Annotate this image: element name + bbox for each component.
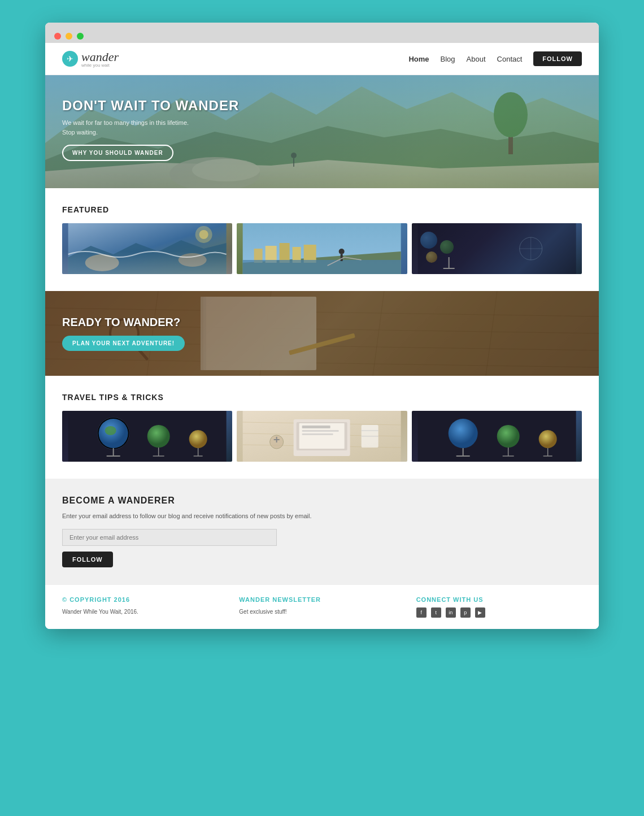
nav-follow-button[interactable]: FOLLOW bbox=[533, 51, 582, 66]
navbar: ✈ wander while you wait Home Blog About … bbox=[45, 43, 599, 75]
footer-col-copyright: © COPYRIGHT 2016 Wander While You Wait, … bbox=[62, 596, 228, 618]
svg-rect-71 bbox=[276, 437, 277, 442]
tips-card-laptop[interactable] bbox=[237, 411, 407, 462]
svg-rect-41 bbox=[203, 297, 316, 370]
newsletter-description: Enter your email address to follow our b… bbox=[62, 511, 582, 521]
minimize-button[interactable] bbox=[66, 33, 72, 40]
footer-copyright-text: Wander While You Wait, 2016. bbox=[62, 607, 228, 617]
footer-newsletter-text: Get exclusive stuff! bbox=[239, 607, 404, 617]
svg-point-15 bbox=[199, 230, 208, 239]
newsletter-section: BECOME A WANDERER Enter your email addre… bbox=[45, 479, 599, 584]
footer-col-social: CONNECT WITH US f t in p ▶ bbox=[416, 596, 582, 618]
logo-text: wander bbox=[81, 50, 119, 64]
svg-point-24 bbox=[339, 249, 345, 254]
logo-tagline: while you wait bbox=[81, 63, 119, 68]
featured-title: FEATURED bbox=[62, 205, 582, 214]
cta-button[interactable]: PLAN YOUR NEXT ADVENTURE! bbox=[62, 336, 185, 351]
footer-newsletter-title: WANDER NEWSLETTER bbox=[239, 596, 404, 603]
follow-button[interactable]: FOLLOW bbox=[62, 552, 113, 567]
maximize-button[interactable] bbox=[77, 33, 84, 40]
nav-home[interactable]: Home bbox=[408, 55, 429, 63]
social-icons-container: f t in p ▶ bbox=[416, 607, 582, 618]
browser-chrome bbox=[45, 23, 599, 43]
instagram-icon[interactable]: in bbox=[446, 607, 456, 618]
svg-rect-66 bbox=[302, 426, 330, 428]
svg-point-13 bbox=[179, 253, 207, 267]
hero-subtitle: We wait for far too many things in this … bbox=[62, 118, 198, 137]
nav-blog[interactable]: Blog bbox=[441, 55, 455, 63]
nav-about[interactable]: About bbox=[467, 55, 486, 63]
svg-point-82 bbox=[538, 430, 556, 448]
newsletter-title: BECOME A WANDERER bbox=[62, 496, 582, 506]
logo-icon: ✈ bbox=[62, 51, 78, 67]
browser-window: ✈ wander while you wait Home Blog About … bbox=[45, 23, 599, 629]
svg-point-53 bbox=[147, 425, 170, 448]
footer-copyright-title: © COPYRIGHT 2016 bbox=[62, 596, 228, 603]
hero-title: DON'T WAIT TO WANDER bbox=[62, 98, 582, 114]
cta-content: READY TO WANDER? PLAN YOUR NEXT ADVENTUR… bbox=[62, 316, 185, 351]
svg-rect-67 bbox=[302, 430, 339, 432]
svg-rect-42 bbox=[201, 297, 206, 370]
featured-card-city[interactable] bbox=[237, 223, 407, 274]
svg-rect-68 bbox=[302, 433, 333, 435]
svg-point-76 bbox=[448, 419, 477, 448]
email-input[interactable] bbox=[62, 529, 277, 546]
hero-cta-button[interactable]: WHY YOU SHOULD WANDER bbox=[62, 145, 173, 161]
close-button[interactable] bbox=[54, 33, 61, 40]
featured-card-globes[interactable] bbox=[412, 223, 582, 274]
featured-card-grid bbox=[62, 223, 582, 274]
hero-content: DON'T WAIT TO WANDER We wait for far too… bbox=[45, 75, 599, 172]
svg-point-56 bbox=[189, 430, 207, 448]
travel-tips-section: TRAVEL TIPS & TRICKS bbox=[45, 376, 599, 479]
svg-rect-23 bbox=[243, 260, 401, 274]
svg-rect-26 bbox=[417, 223, 576, 274]
travel-tips-card-grid bbox=[62, 411, 582, 462]
facebook-icon[interactable]: f bbox=[416, 607, 427, 618]
nav-contact[interactable]: Contact bbox=[497, 55, 523, 63]
nav-links: Home Blog About Contact FOLLOW bbox=[408, 51, 582, 66]
travel-tips-title: TRAVEL TIPS & TRICKS bbox=[62, 393, 582, 402]
hero-section: DON'T WAIT TO WANDER We wait for far too… bbox=[45, 75, 599, 188]
footer: © COPYRIGHT 2016 Wander While You Wait, … bbox=[45, 584, 599, 629]
svg-point-79 bbox=[497, 425, 519, 448]
featured-section: FEATURED bbox=[45, 188, 599, 291]
youtube-icon[interactable]: ▶ bbox=[475, 607, 485, 618]
twitter-icon[interactable]: t bbox=[431, 607, 441, 618]
footer-col-newsletter: WANDER NEWSLETTER Get exclusive stuff! bbox=[239, 596, 404, 618]
tips-card-globe2[interactable] bbox=[412, 411, 582, 462]
footer-social-title: CONNECT WITH US bbox=[416, 596, 582, 603]
logo[interactable]: ✈ wander while you wait bbox=[62, 50, 119, 68]
featured-card-ocean[interactable] bbox=[62, 223, 232, 274]
svg-point-12 bbox=[85, 254, 119, 271]
tips-card-globe[interactable] bbox=[62, 411, 232, 462]
pinterest-icon[interactable]: p bbox=[460, 607, 471, 618]
svg-point-50 bbox=[105, 426, 116, 435]
cta-band: READY TO WANDER? PLAN YOUR NEXT ADVENTUR… bbox=[45, 291, 599, 376]
svg-rect-20 bbox=[280, 243, 290, 263]
cta-title: READY TO WANDER? bbox=[62, 316, 185, 329]
